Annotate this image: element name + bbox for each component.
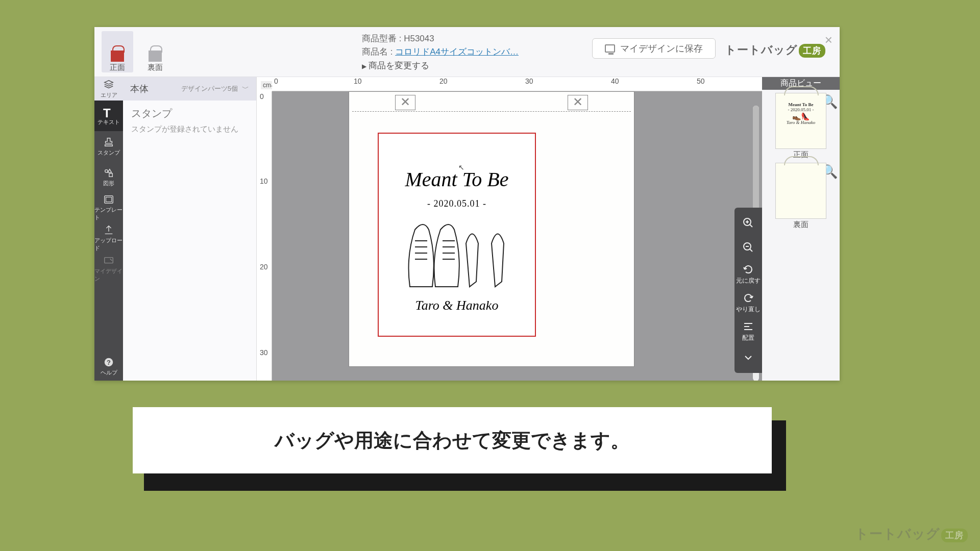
svg-point-0 xyxy=(105,169,108,172)
product-name-label: 商品名 : xyxy=(362,47,393,57)
redo-label: やり直し xyxy=(736,305,761,314)
preview-front[interactable]: 🔍 Meant To Be- 2020.05.01 -👞👠Taro & Hana… xyxy=(762,90,840,160)
product-info: 商品型番 : H53043 商品名 : コロリドA4サイズコットンバ… 商品を変… xyxy=(178,27,583,77)
svg-text:?: ? xyxy=(107,358,111,366)
tool-text-label: テキスト xyxy=(97,118,120,126)
tool-stamp-label: スタンプ xyxy=(97,149,120,157)
tool-shape[interactable]: 図形 xyxy=(94,162,123,192)
tool-template-label: テンプレート xyxy=(94,206,123,221)
tool-upload[interactable]: アップロード xyxy=(94,223,123,254)
preview-back-label: 裏面 xyxy=(765,220,837,230)
bag-icon-front xyxy=(109,45,126,62)
preview-front-image: Meant To Be- 2020.05.01 -👞👠Taro & Hanako xyxy=(775,93,826,149)
layers-icon xyxy=(103,79,114,90)
design-area[interactable]: ↖ Meant To Be - 2020.05.01 - xyxy=(378,133,536,337)
cursor-icon: ↖ xyxy=(458,163,464,171)
align-button[interactable]: 配置 xyxy=(734,317,762,345)
preview-panel: 商品ビュー 🔍 Meant To Be- 2020.05.01 -👞👠Taro … xyxy=(762,77,840,381)
canvas-area: cm◀▶ 0 10 20 30 40 50 0 10 20 30 ✕ ✕ xyxy=(257,77,762,381)
template-icon xyxy=(103,194,114,205)
tool-text[interactable]: T テキスト xyxy=(94,101,123,131)
stamp-panel: 本体 デザインパーツ5個 ﹀ スタンプ スタンプが登録されていません xyxy=(123,77,257,381)
ruler-vertical: 0 10 20 30 xyxy=(257,91,272,381)
preview-back[interactable]: 🔍 裏面 xyxy=(762,160,840,230)
stamp-title: スタンプ xyxy=(123,101,256,122)
stamp-panel-header[interactable]: 本体 デザインパーツ5個 ﹀ xyxy=(123,77,256,101)
tab-back-label: 裏面 xyxy=(148,63,163,72)
fold-line xyxy=(352,111,631,112)
caption-text: バッグや用途に合わせて変更できます。 xyxy=(133,407,772,473)
ruler-v-tick: 10 xyxy=(260,177,268,185)
parts-count: デザインパーツ5個 xyxy=(181,84,238,93)
handle-left-icon: ✕ xyxy=(395,95,415,110)
tool-shape-label: 図形 xyxy=(103,180,114,187)
ruler-h-tick: 0 xyxy=(274,77,278,85)
save-design-button[interactable]: マイデザインに保存 xyxy=(592,38,716,59)
tool-area[interactable]: エリア xyxy=(94,77,123,101)
ruler-h-tick: 10 xyxy=(354,77,362,85)
watermark-logo: トートバッグ工房 xyxy=(855,525,968,543)
zoom-in-button[interactable] xyxy=(734,211,762,235)
tool-template[interactable]: テンプレート xyxy=(94,192,123,223)
wm-main: トートバッグ xyxy=(855,526,940,541)
app-window: × 正面 裏面 商品型番 : H53043 商品名 : コロリドA4サイズコット… xyxy=(94,27,840,381)
brand-bubble: 工房 xyxy=(799,44,825,58)
zoom-in-icon xyxy=(742,217,754,229)
tab-back[interactable]: 裏面 xyxy=(139,31,171,72)
handle-right-icon: ✕ xyxy=(568,95,588,110)
monitor-icon xyxy=(605,44,615,53)
change-product-link[interactable]: 商品を変更する xyxy=(362,59,583,72)
caption-container: バッグや用途に合わせて変更できます。 xyxy=(133,407,772,483)
tool-help[interactable]: ? ヘルプ xyxy=(94,352,123,381)
body-label: 本体 xyxy=(130,83,149,95)
product-name-link[interactable]: コロリドA4サイズコットンバ… xyxy=(395,47,519,57)
ruler-horizontal: 0 10 20 30 40 50 xyxy=(272,77,762,91)
help-icon: ? xyxy=(103,357,114,368)
zoom-out-icon xyxy=(742,241,754,254)
tool-mydesign-label: マイデザイン xyxy=(94,267,123,283)
scrollbar-thumb[interactable] xyxy=(753,106,759,223)
tab-front-label: 正面 xyxy=(110,63,125,72)
tool-area-label: エリア xyxy=(101,91,117,99)
undo-button[interactable]: 元に戻す xyxy=(734,260,762,288)
tab-front[interactable]: 正面 xyxy=(102,31,133,72)
undo-label: 元に戻す xyxy=(736,277,761,285)
floating-toolbar: 元に戻す やり直し 配置 xyxy=(734,208,762,373)
preview-back-image xyxy=(775,163,826,219)
shoes-illustration[interactable] xyxy=(401,215,513,292)
design-text-main[interactable]: Meant To Be xyxy=(405,167,509,191)
brand-logo: トートバッグ工房 xyxy=(725,27,840,77)
align-label: 配置 xyxy=(742,334,754,342)
product-code-label: 商品型番 : xyxy=(362,34,401,43)
wm-bubble: 工房 xyxy=(941,529,968,542)
brand-main: トートバッグ xyxy=(725,43,798,56)
mydesign-icon xyxy=(103,255,114,266)
stamp-empty-text: スタンプが登録されていません xyxy=(123,122,256,136)
expand-down-button[interactable] xyxy=(734,345,762,370)
ruler-h-tick: 50 xyxy=(697,77,705,85)
ruler-v-tick: 30 xyxy=(260,348,268,357)
canvas-stage[interactable]: ✕ ✕ ↖ Meant To Be - 2020.05.01 - xyxy=(272,91,762,381)
tool-upload-label: アップロード xyxy=(94,237,123,252)
design-text-date[interactable]: - 2020.05.01 - xyxy=(427,198,486,209)
ruler-h-tick: 20 xyxy=(439,77,448,85)
shapes-icon xyxy=(103,167,114,179)
redo-button[interactable]: やり直し xyxy=(734,288,762,317)
close-icon[interactable]: × xyxy=(825,32,832,48)
tool-stamp[interactable]: スタンプ xyxy=(94,131,123,162)
design-text-names[interactable]: Taro & Hanako xyxy=(415,298,499,313)
product-code: H53043 xyxy=(404,34,434,43)
upload-icon xyxy=(103,224,114,236)
zoom-out-button[interactable] xyxy=(734,235,762,260)
view-tabs: 正面 裏面 xyxy=(94,27,178,77)
align-icon xyxy=(742,320,754,333)
tool-mydesign[interactable]: マイデザイン xyxy=(94,254,123,284)
ruler-v-tick: 20 xyxy=(260,263,268,271)
header: 正面 裏面 商品型番 : H53043 商品名 : コロリドA4サイズコットンバ… xyxy=(94,27,840,77)
undo-icon xyxy=(742,263,754,276)
ruler-h-tick: 30 xyxy=(525,77,533,85)
chevron-down-icon xyxy=(742,352,754,364)
svg-rect-1 xyxy=(109,173,112,176)
chevron-down-icon: ﹀ xyxy=(242,84,249,93)
redo-icon xyxy=(742,292,754,304)
